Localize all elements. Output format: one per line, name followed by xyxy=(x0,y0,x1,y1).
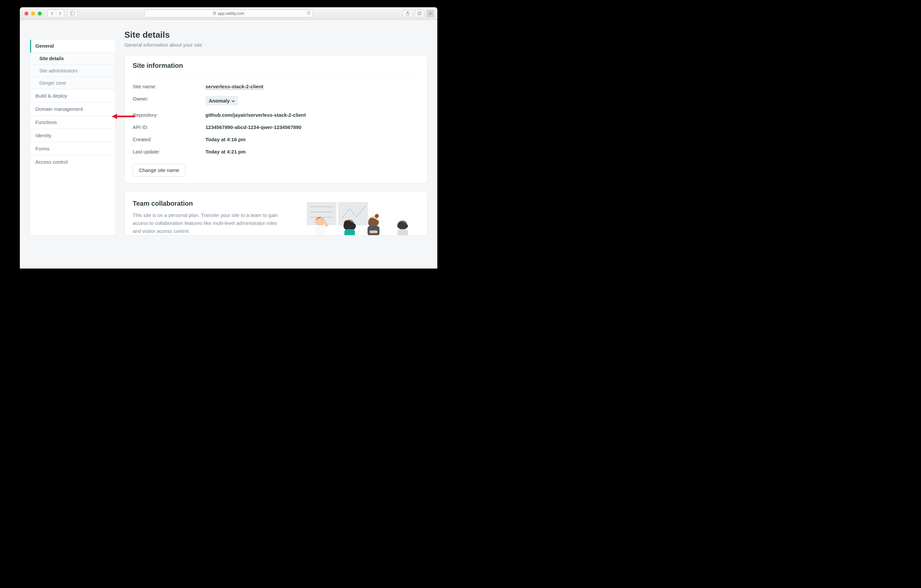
info-table: Site name: serverless-stack-2-client Own… xyxy=(133,75,419,158)
close-window-button[interactable] xyxy=(24,11,28,16)
refresh-button[interactable] xyxy=(307,11,311,16)
team-collaboration-title: Team collaboration xyxy=(133,200,287,207)
address-url: app.netlify.com xyxy=(218,11,244,16)
info-label: Site name: xyxy=(133,84,205,89)
sidebar-item-forms[interactable]: Forms xyxy=(30,142,116,156)
sidebar-item-domain-management[interactable]: Domain management xyxy=(30,102,116,116)
sidebar-item-access-control[interactable]: Access control xyxy=(30,156,116,168)
last-update-value: Today at 4:21 pm xyxy=(205,149,246,154)
address-bar[interactable]: app.netlify.com xyxy=(144,10,313,18)
main-content: Site details General information about y… xyxy=(116,20,428,236)
sidebar-item-general[interactable]: General xyxy=(30,39,116,53)
info-label: Owner: xyxy=(133,96,205,106)
info-label: Created: xyxy=(133,136,205,142)
sidebar-item-identity[interactable]: Identity xyxy=(30,129,116,142)
change-site-name-button[interactable]: Change site name xyxy=(133,164,186,177)
created-value: Today at 4:16 pm xyxy=(205,136,246,142)
sidebar-item-label: Build & deploy xyxy=(36,93,67,99)
tabs-button[interactable] xyxy=(415,10,424,17)
sidebar-item-label: Access control xyxy=(36,159,68,165)
chrome-right: + xyxy=(403,10,434,17)
repository-value: github.com/jayair/serverless-stack-2-cli… xyxy=(205,112,306,118)
sidebar-item-site-details[interactable]: Site details xyxy=(30,53,116,65)
team-illustration xyxy=(300,199,419,235)
owner-dropdown[interactable]: Anomaly xyxy=(205,96,238,106)
page-content: General Site details Site administrators… xyxy=(20,20,437,268)
svg-rect-17 xyxy=(344,229,355,235)
page-subtitle: General information about your site xyxy=(124,42,428,48)
sidebar-item-functions[interactable]: Functions xyxy=(30,116,116,129)
sidebar-item-label: Site administrators xyxy=(39,68,78,73)
sidebar-item-label: Forms xyxy=(36,146,50,151)
site-name-link[interactable]: serverless-stack-2-client xyxy=(205,84,263,89)
svg-rect-5 xyxy=(418,12,421,15)
annotation-arrow xyxy=(112,113,135,120)
info-row-site-name: Site name: serverless-stack-2-client xyxy=(133,80,419,93)
info-row-last-update: Last update: Today at 4:21 pm xyxy=(133,146,419,158)
browser-chrome: app.netlify.com + xyxy=(20,7,437,20)
sidebar-item-build-deploy[interactable]: Build & deploy xyxy=(30,89,116,102)
info-row-created: Created: Today at 4:16 pm xyxy=(133,133,419,146)
forward-button[interactable] xyxy=(56,10,64,17)
sidebar-item-site-administrators[interactable]: Site administrators xyxy=(30,65,116,77)
team-collaboration-desc: This site is on a personal plan. Transfe… xyxy=(133,211,287,235)
info-row-api-id: API ID: 1234567890-abcd-1234-qwer-123456… xyxy=(133,121,419,133)
sidebar-item-label: Domain management xyxy=(36,106,83,112)
sidebar-item-label: Danger zone xyxy=(39,80,66,86)
info-label: Last update: xyxy=(133,149,205,154)
api-id-value: 1234567890-abcd-1234-qwer-1234567890 xyxy=(205,124,301,130)
settings-sidebar: General Site details Site administrators… xyxy=(30,39,116,236)
svg-rect-23 xyxy=(397,229,408,235)
new-tab-button[interactable]: + xyxy=(427,10,434,17)
sidebar-item-danger-zone[interactable]: Danger zone xyxy=(30,77,116,89)
info-label: Repository: xyxy=(133,112,205,118)
lock-icon xyxy=(213,11,216,16)
svg-rect-14 xyxy=(315,225,325,235)
team-collaboration-card: Team collaboration This site is on a per… xyxy=(124,191,428,236)
sidebar-item-label: Site details xyxy=(39,56,64,61)
browser-window: app.netlify.com + General Site de xyxy=(20,7,437,268)
svg-point-19 xyxy=(375,214,379,218)
traffic-lights xyxy=(24,11,42,16)
back-button[interactable] xyxy=(48,10,56,17)
minimize-window-button[interactable] xyxy=(31,11,35,16)
owner-value: Anomaly xyxy=(209,98,229,104)
sidebar-toggle-button[interactable] xyxy=(67,10,77,17)
sidebar-item-label: Identity xyxy=(36,133,51,138)
svg-rect-21 xyxy=(369,231,378,233)
svg-marker-7 xyxy=(112,114,117,119)
site-information-card: Site information Site name: serverless-s… xyxy=(124,55,428,184)
info-label: API ID: xyxy=(133,124,205,130)
nav-buttons xyxy=(48,10,64,18)
sidebar-item-label: General xyxy=(36,43,54,49)
svg-rect-2 xyxy=(213,13,216,15)
svg-rect-4 xyxy=(418,13,420,15)
page-title: Site details xyxy=(124,30,428,40)
maximize-window-button[interactable] xyxy=(38,11,42,16)
share-button[interactable] xyxy=(403,10,412,17)
svg-rect-0 xyxy=(70,12,75,15)
chevron-down-icon xyxy=(231,98,235,104)
card-title: Site information xyxy=(133,62,419,75)
info-row-repository: Repository: github.com/jayair/serverless… xyxy=(133,109,419,121)
info-row-owner: Owner: Anomaly xyxy=(133,93,419,109)
sidebar-item-label: Functions xyxy=(36,119,57,125)
